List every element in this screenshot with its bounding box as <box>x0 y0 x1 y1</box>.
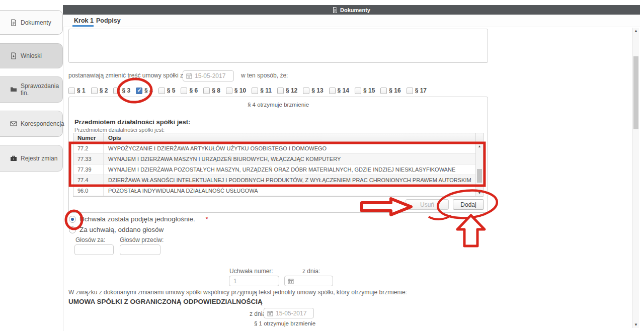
checkbox-label: § 1 <box>77 87 86 94</box>
cell-numer: 96.0 <box>73 186 104 196</box>
column-header-numer: Numer <box>73 133 104 143</box>
votes-for-input[interactable] <box>74 244 114 255</box>
paragraph-checkbox-item[interactable]: § 1 <box>68 87 86 94</box>
document-icon <box>10 19 17 26</box>
votes-radio-label: Za uchwałą, oddano głosów <box>79 226 164 233</box>
cell-numer: 77.4 <box>73 175 104 185</box>
checkbox-icon[interactable] <box>181 88 187 94</box>
radio-icon[interactable] <box>69 226 76 233</box>
checkbox-label: § 11 <box>260 87 272 94</box>
unanimous-radio-row[interactable]: Uchwała została podjęta jednogłośnie. * <box>69 215 208 223</box>
radio-selected-icon[interactable] <box>69 216 76 223</box>
scroll-up-icon[interactable]: ▲ <box>633 29 639 33</box>
checkbox-label: § 6 <box>189 87 198 94</box>
change-clause-text: postanawiają zmienić treść umowy spółki … <box>68 72 196 79</box>
paragraph-checkbox-item[interactable]: § 8 <box>203 87 220 94</box>
cell-opis: DZIERŻAWA WŁASNOŚCI INTELEKTUALNEJ I POD… <box>104 175 475 185</box>
change-date-input[interactable]: 15-05-2017 <box>183 70 234 81</box>
table-row[interactable]: 77.39 WYNAJEM I DZIERŻAWA POZOSTAŁYCH MA… <box>73 164 475 175</box>
table-scrollbar-thumb[interactable] <box>477 169 482 183</box>
votes-against-input[interactable] <box>120 244 160 255</box>
paragraph-checkbox-item-checked[interactable]: § 4 <box>136 87 153 94</box>
sidebar-item-wnioski[interactable]: Wnioski <box>0 43 63 68</box>
envelope-icon <box>10 120 17 127</box>
resolution-date-input[interactable] <box>284 276 333 286</box>
paragraph-checkbox-item[interactable]: § 17 <box>407 87 427 94</box>
unanimous-radio-label: Uchwała została podjęta jednogłośnie. <box>79 215 195 223</box>
sidebar-item-label: Korespondencja <box>21 120 64 127</box>
resolution-number-input[interactable]: 1 <box>229 276 279 286</box>
paragraph-checkbox-item[interactable]: § 2 <box>91 87 108 94</box>
table-row[interactable]: 77.4 DZIERŻAWA WŁASNOŚCI INTELEKTUALNEJ … <box>73 175 475 186</box>
checkbox-icon[interactable] <box>380 88 387 94</box>
checkbox-label: § 3 <box>122 87 130 94</box>
checkbox-label: § 5 <box>167 87 176 94</box>
sidebar-item-dokumenty[interactable]: Dokumenty <box>0 10 63 35</box>
paragraph-checkbox-item[interactable]: § 5 <box>158 87 176 94</box>
checkbox-label: § 15 <box>363 87 375 94</box>
checkbox-checked-icon[interactable] <box>136 88 142 94</box>
table-row[interactable]: 96.0 POZOSTAŁA INDYWIDUALNA DZIAŁALNOŚĆ … <box>73 186 475 196</box>
table-scroll-up-icon[interactable]: ▲ <box>476 144 483 149</box>
tab-podpisy[interactable]: Podpisy <box>96 17 121 24</box>
calendar-icon <box>288 278 294 284</box>
cell-numer: 77.2 <box>73 143 104 153</box>
checkbox-label: § 4 <box>144 87 153 94</box>
paragraph-checkbox-item[interactable]: § 11 <box>252 87 272 94</box>
paragraph-checkbox-item[interactable]: § 6 <box>181 87 198 94</box>
activity-table: Numer Opis 77.2 WYPOŻYCZANIE I DZIERŻAWA… <box>73 133 484 197</box>
activity-heading: Przedmiotem działalności spółki jest: <box>74 118 190 126</box>
checkbox-icon[interactable] <box>277 88 284 94</box>
table-row[interactable]: 77.2 WYPOŻYCZANIE I DZIERŻAWA ARTYKUŁÓW … <box>73 143 475 154</box>
main-scrollbar-thumb[interactable] <box>633 56 638 129</box>
main-scrollbar[interactable]: ▲ ▼ <box>632 28 639 328</box>
content-textarea[interactable] <box>68 29 488 63</box>
sidebar-item-label: Rejestr zmian <box>21 155 57 162</box>
sidebar-item-rejestr-zmian[interactable]: Rejestr zmian <box>0 145 63 172</box>
calendar-icon <box>186 73 192 79</box>
folder-icon <box>10 86 17 93</box>
consolidated-text: W związku z dokonanymi zmianami umowy sp… <box>68 289 407 296</box>
add-button[interactable]: Dodaj <box>453 199 484 210</box>
sidebar-item-korespondencja[interactable]: Korespondencja <box>0 111 63 137</box>
paragraph-checkbox-item[interactable]: § 13 <box>303 87 323 94</box>
checkbox-icon[interactable] <box>203 88 210 94</box>
checkbox-icon[interactable] <box>158 88 165 94</box>
paragraph-checkbox-item[interactable]: § 15 <box>355 87 375 94</box>
table-scroll-down-icon[interactable]: ▼ <box>476 191 483 196</box>
paragraph-checkbox-item[interactable]: § 16 <box>380 87 400 94</box>
checkbox-icon[interactable] <box>68 88 75 94</box>
checkbox-icon[interactable] <box>355 88 361 94</box>
checkbox-icon[interactable] <box>252 88 258 94</box>
column-header-spacer <box>475 133 483 143</box>
checkbox-icon[interactable] <box>407 88 413 94</box>
activity-subheading: Przedmiotem działalności spółki jest: <box>74 127 165 133</box>
sidebar-item-label: Wnioski <box>21 52 42 59</box>
checkbox-label: § 16 <box>389 87 400 94</box>
checkbox-label: § 14 <box>338 87 349 94</box>
paragraph-checkbox-item[interactable]: § 10 <box>226 87 246 94</box>
resolution-number-value: 1 <box>233 278 237 285</box>
required-asterisk: * <box>206 216 208 223</box>
table-row[interactable]: 77.33 WYNAJEM I DZIERŻAWA MASZYN I URZĄD… <box>73 154 475 164</box>
scroll-down-icon[interactable]: ▼ <box>633 322 639 327</box>
change-date-value: 15-05-2017 <box>195 72 225 79</box>
checkbox-icon[interactable] <box>226 88 232 94</box>
checkbox-label: § 17 <box>415 87 427 94</box>
table-scrollbar[interactable]: ▲ ▼ <box>475 143 483 196</box>
paragraph-checkbox-item[interactable]: § 14 <box>329 87 349 94</box>
checkbox-icon[interactable] <box>113 88 120 94</box>
paragraph-checkbox-item[interactable]: § 3 <box>113 87 130 94</box>
delete-button[interactable]: Usuń <box>406 199 449 210</box>
paragraph-checkbox-item[interactable]: § 12 <box>277 87 297 94</box>
checkbox-icon[interactable] <box>91 88 98 94</box>
agreement-date-value: 15-05-2017 <box>276 310 306 317</box>
agreement-date-input[interactable]: 15-05-2017 <box>264 308 314 318</box>
window-titlebar: Dokumenty <box>63 5 640 15</box>
checkbox-icon[interactable] <box>329 88 336 94</box>
sidebar-item-sprawozdania[interactable]: Sprawozdania fin. <box>0 76 63 103</box>
tab-krok-1[interactable]: Krok 1 <box>74 17 94 24</box>
checkbox-icon[interactable] <box>303 88 309 94</box>
checkbox-label: § 2 <box>100 87 108 94</box>
votes-radio-row[interactable]: Za uchwałą, oddano głosów <box>69 226 164 233</box>
